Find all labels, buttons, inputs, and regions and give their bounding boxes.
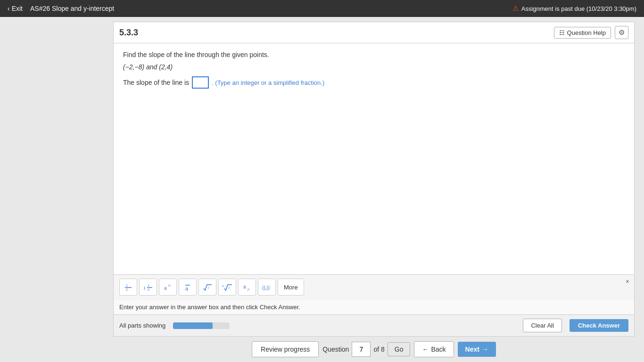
question-help-button[interactable]: ☷ Question Help	[554, 27, 611, 39]
chevron-right-icon: →	[482, 346, 488, 353]
subscript-button[interactable]: a , n	[238, 279, 256, 296]
back-label: Back	[431, 346, 446, 353]
svg-text:i: i	[229, 286, 230, 290]
question-help-label: Question Help	[567, 29, 606, 36]
svg-text:n: n	[222, 284, 224, 288]
progress-bar-container	[173, 322, 230, 329]
all-parts-label: All parts showing	[119, 322, 165, 329]
question-text: The slope of the line is . (Type an inte…	[123, 76, 625, 89]
next-button[interactable]: Next →	[458, 342, 496, 357]
svg-text:2: 2	[148, 288, 149, 291]
hint-text: . (Type an integer or a simplified fract…	[212, 79, 324, 86]
question-instruction: Find the slope of the line through the g…	[123, 51, 625, 58]
settings-button[interactable]: ⚙	[615, 26, 628, 39]
question-nav: Question of 8 Go	[322, 342, 410, 357]
exit-button[interactable]: ‹ Exit	[8, 5, 23, 12]
check-answer-button[interactable]: Check Answer	[570, 319, 628, 332]
svg-text:1: 1	[143, 286, 146, 290]
question-text-before: The slope of the line is	[123, 79, 189, 86]
chevron-left-icon: ‹	[8, 5, 10, 12]
question-label: Question	[322, 346, 349, 353]
question-number-input[interactable]	[352, 342, 371, 357]
nav-bar: Review progress Question of 8 Go ← Back …	[113, 337, 635, 362]
toolbar-close-button[interactable]: ×	[626, 278, 629, 285]
absolute-value-button[interactable]: (|,|)	[258, 279, 276, 296]
svg-text:1: 1	[148, 284, 149, 287]
overline-button[interactable]: a	[179, 279, 197, 296]
next-label: Next	[465, 346, 479, 353]
main-wrapper: 5.3.3 ☷ Question Help ⚙ Find the slope o…	[0, 17, 644, 362]
list-icon: ☷	[559, 29, 565, 36]
math-toolbar-wrapper: × 1 2 1 1	[114, 274, 634, 299]
clear-all-button[interactable]: Clear All	[523, 319, 561, 332]
assignment-alert: ⚠ Assignment is past due (10/23/20 3:30p…	[512, 4, 636, 13]
back-button[interactable]: ← Back	[414, 341, 454, 357]
chevron-left-icon: ←	[422, 346, 429, 353]
exit-label: Exit	[12, 5, 23, 12]
answer-instruction: Enter your answer in the answer box and …	[114, 299, 634, 314]
left-sidebar	[0, 17, 113, 362]
assignment-title: AS#26 Slope and y-intercept	[30, 5, 114, 12]
svg-text:i: i	[208, 286, 209, 290]
bottom-bar: All parts showing Clear All Check Answer	[114, 314, 634, 336]
svg-text:n: n	[168, 283, 170, 288]
content-area: 5.3.3 ☷ Question Help ⚙ Find the slope o…	[113, 17, 639, 362]
superscript-button[interactable]: a n	[159, 279, 177, 296]
svg-text:2: 2	[126, 288, 128, 291]
sqrt-button[interactable]: i	[198, 279, 216, 296]
math-toolbar: 1 2 1 1 2	[114, 275, 634, 299]
svg-text:a: a	[164, 286, 167, 291]
question-points: (−2,−8) and (2,4)	[123, 63, 625, 71]
of-label: of 8	[373, 346, 384, 353]
question-header-right: ☷ Question Help ⚙	[554, 26, 628, 39]
alert-icon: ⚠	[512, 4, 519, 13]
svg-text:(|,|): (|,|)	[262, 285, 270, 290]
alert-text: Assignment is past due (10/23/20 3:30pm)	[521, 5, 636, 12]
more-button[interactable]: More	[278, 279, 304, 296]
fraction-button[interactable]: 1 2	[119, 279, 137, 296]
top-bar: ‹ Exit AS#26 Slope and y-intercept ⚠ Ass…	[0, 0, 644, 17]
nthroot-button[interactable]: n i	[218, 279, 236, 296]
answer-input[interactable]	[192, 76, 209, 89]
svg-text:n: n	[248, 288, 249, 291]
progress-bar-fill	[173, 322, 213, 329]
gear-icon: ⚙	[619, 28, 625, 36]
mixed-number-button[interactable]: 1 1 2	[139, 279, 157, 296]
svg-text:a: a	[185, 286, 189, 291]
svg-text:1: 1	[126, 284, 128, 287]
question-header: 5.3.3 ☷ Question Help ⚙	[114, 22, 634, 43]
right-sidebar	[639, 17, 644, 362]
top-bar-left: ‹ Exit AS#26 Slope and y-intercept	[8, 5, 114, 12]
svg-text:a: a	[243, 284, 246, 289]
review-progress-button[interactable]: Review progress	[252, 341, 319, 357]
question-body: Find the slope of the line through the g…	[114, 43, 634, 274]
question-panel: 5.3.3 ☷ Question Help ⚙ Find the slope o…	[113, 22, 635, 337]
question-number: 5.3.3	[119, 28, 138, 38]
go-button[interactable]: Go	[388, 342, 411, 356]
